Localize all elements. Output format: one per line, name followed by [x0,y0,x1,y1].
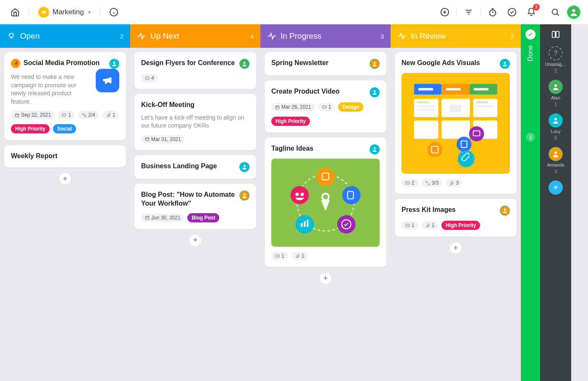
card[interactable]: Create Product Video Mar 26, 2021 1 Desi… [265,81,386,133]
subtasks-chip: 3/3 [422,179,443,187]
top-bar: Marketing ▾ 1 [0,0,588,24]
activity-icon [397,31,407,41]
assignee-avatar[interactable] [239,190,249,201]
column-inprogress: In Progress 3 Spring Newsletter Create P… [260,24,391,381]
approve-button[interactable] [504,5,520,20]
add-member-button[interactable]: + [549,180,563,195]
comments-chip: 1 [318,103,335,111]
add-card-button[interactable]: + [319,272,332,284]
tag: High Priority [271,117,310,126]
add-card-button[interactable]: + [59,172,71,185]
column-header-inprogress[interactable]: In Progress 3 [260,24,391,48]
svg-line-29 [84,114,85,116]
date-chip: Jun 30, 2021 [141,214,184,222]
assignee-avatar[interactable] [109,59,119,69]
workspace-selector[interactable]: Marketing ▾ [35,5,94,19]
column-header-upnext[interactable]: Up Next 4 [130,24,260,48]
svg-rect-92 [552,31,555,38]
svg-rect-63 [418,88,433,91]
card[interactable]: Spring Newsletter [265,52,386,76]
card[interactable]: 📌 Social Media Promotion We need to make… [4,52,126,140]
column-done-collapsed[interactable]: ✓ Done 3 [521,24,540,381]
assignee-avatar[interactable] [239,162,249,172]
card[interactable]: Tagline Ideas 1 1 [265,138,386,267]
svg-rect-87 [406,182,409,184]
layout-toggle-button[interactable] [550,29,562,40]
chevron-down-icon: ▾ [88,9,91,15]
svg-point-48 [342,186,361,204]
svg-point-88 [426,181,427,183]
avatar [549,147,563,161]
card[interactable]: Press Kit Images 1 1 High Priority [395,199,517,237]
tag: High Priority [441,221,480,230]
filter-button[interactable] [461,5,476,20]
svg-rect-24 [15,114,18,117]
separator [457,7,457,17]
attachments-chip: 1 [102,111,119,119]
separator [480,7,481,17]
card[interactable]: Design Flyers for Conference 4 [134,52,256,89]
pin-icon: 📌 [11,59,20,68]
user-avatar[interactable] [567,5,580,19]
subtasks-chip: 2/4 [78,111,99,119]
column-open: Open 2 📌 Social Media Promotion We need … [0,24,130,381]
svg-point-60 [504,62,506,64]
card-description: Let's have a kick-off meeting to align o… [141,114,249,130]
assignee-avatar[interactable] [370,144,380,154]
svg-rect-67 [474,88,489,91]
assignee-avatar[interactable] [500,59,510,69]
separator [543,7,543,17]
home-button[interactable] [8,5,23,20]
separator [100,7,100,17]
tag: Social [53,124,76,133]
comments-chip: 1 [271,252,288,260]
tag: Blog Post [187,213,219,222]
assignee-avatar[interactable] [239,59,249,69]
attachments-chip: 1 [422,221,438,230]
column-inreview: In Review 2 New Google Ads Visuals [391,24,521,381]
card[interactable]: Kick-Off Meeting Let's have a kick-off m… [134,94,256,150]
svg-rect-42 [323,106,326,108]
rail-member-alan[interactable]: Alan 1 [549,80,563,107]
card[interactable]: New Google Ads Visuals [395,52,517,194]
svg-line-14 [557,13,559,16]
add-card-button[interactable]: + [449,242,462,254]
card-image [271,159,380,247]
card[interactable]: Business Landing Page [134,155,256,179]
date-chip: Mar 31, 2021 [141,135,185,144]
svg-rect-54 [304,222,305,227]
svg-point-15 [572,9,575,12]
avatar [549,113,563,128]
notifications-button[interactable]: 1 [524,5,539,20]
card-title: New Google Ads Visuals [402,59,496,68]
column-header-inreview[interactable]: In Review 2 [391,24,521,48]
info-button[interactable] [106,5,121,20]
assignee-avatar[interactable] [370,59,380,69]
add-card-button[interactable]: + [189,234,202,247]
svg-rect-91 [406,224,409,227]
rail-member-amanda[interactable]: Amanda 3 [547,147,564,175]
avatar [549,80,563,94]
assignee-avatar[interactable] [370,87,380,97]
rail-unassigned[interactable]: ? Unassig… 2 [545,46,567,74]
svg-point-27 [82,113,84,115]
add-button[interactable] [437,5,452,20]
rail-count: 1 [554,102,557,107]
svg-line-20 [9,33,10,34]
svg-rect-73 [450,104,462,112]
svg-point-46 [316,168,335,186]
rail-member-lucy[interactable]: Lucy 5 [549,113,563,141]
card-title: Blog Post: "How to Automate Your Workflo… [141,190,236,208]
svg-point-58 [300,193,304,196]
column-header-open[interactable]: Open 2 [0,24,130,48]
svg-point-34 [244,165,246,167]
assignee-avatar[interactable] [500,206,510,216]
column-title: In Progress [281,31,321,41]
card[interactable]: Weekly Report [4,145,126,167]
card-title: Social Media Promotion [24,59,106,68]
column-count: 2 [120,33,123,40]
card[interactable]: Blog Post: "How to Automate Your Workflo… [134,184,256,229]
search-button[interactable] [548,5,563,20]
svg-rect-53 [301,223,302,227]
timer-button[interactable] [485,5,500,20]
